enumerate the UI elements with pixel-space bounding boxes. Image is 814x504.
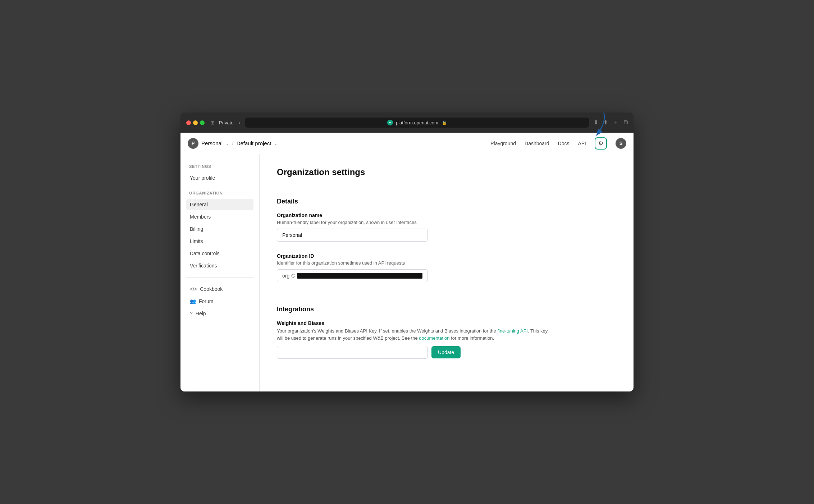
org-id-label: Organization ID: [277, 253, 616, 259]
desc-part-3: for more information.: [450, 335, 494, 341]
title-divider: [277, 186, 616, 186]
app-header: P Personal ⌄ / Default project ⌄ Playgro…: [180, 133, 634, 154]
back-button[interactable]: ‹: [238, 119, 240, 126]
sidebar-item-your-profile[interactable]: Your profile: [186, 172, 253, 184]
data-controls-label: Data controls: [190, 251, 219, 256]
code-icon: </>: [190, 286, 197, 292]
verifications-label: Verifications: [190, 263, 217, 269]
minimize-button[interactable]: [193, 120, 198, 125]
sidebar-item-cookbook[interactable]: </> Cookbook: [186, 283, 253, 295]
wb-api-key-input[interactable]: [277, 346, 428, 359]
cookbook-label: Cookbook: [200, 286, 223, 292]
org-avatar: P: [188, 138, 198, 149]
browser-actions: ⬇ ⬆ ＋ ⧉: [594, 119, 628, 127]
org-name-field-group: Organization name Human-friendly label f…: [277, 212, 616, 242]
org-id-prefix: org-C: [282, 273, 295, 279]
org-id-field-group: Organization ID Identifier for this orga…: [277, 253, 616, 282]
your-profile-label: Your profile: [190, 175, 215, 181]
content-area: Organization settings Details Organizati…: [260, 154, 634, 391]
general-label: General: [190, 202, 208, 207]
desc-part-1: Your organization's Weights and Biases A…: [277, 328, 497, 334]
documentation-link[interactable]: documentation: [419, 335, 449, 341]
settings-section-label: SETTINGS: [186, 164, 253, 169]
windows-icon[interactable]: ⧉: [624, 119, 628, 127]
sidebar-item-data-controls[interactable]: Data controls: [186, 248, 253, 259]
traffic-lights: [186, 120, 205, 125]
breadcrumb-separator: /: [232, 140, 233, 147]
weights-biases-field-group: Weights and Biases Your organization's W…: [277, 320, 616, 359]
org-name-desc: Human-friendly label for your organizati…: [277, 220, 616, 225]
org-name-input[interactable]: [277, 229, 428, 242]
breadcrumb: P Personal ⌄ / Default project ⌄: [188, 138, 490, 149]
update-button[interactable]: Update: [431, 346, 461, 358]
sidebar-item-members[interactable]: Members: [186, 211, 253, 223]
sidebar-item-forum[interactable]: 👥 Forum: [186, 295, 253, 307]
download-icon[interactable]: ⬇: [594, 119, 598, 127]
playground-nav[interactable]: Playground: [490, 141, 516, 146]
nav-links: Playground Dashboard Docs API ⚙: [490, 137, 626, 150]
weights-biases-label: Weights and Biases: [277, 320, 616, 326]
sidebar-divider: [186, 277, 253, 278]
forum-label: Forum: [199, 298, 213, 304]
browser-window: ⊞ Private ‹ ✦ platform.openai.com 🔒 ⬇ ⬆ …: [180, 113, 634, 391]
sidebar-item-verifications[interactable]: Verifications: [186, 260, 253, 271]
billing-label: Billing: [190, 226, 203, 232]
dashboard-nav[interactable]: Dashboard: [525, 141, 549, 146]
sidebar-item-general[interactable]: General: [186, 199, 253, 210]
page-title: Organization settings: [277, 167, 616, 177]
user-avatar[interactable]: S: [616, 138, 626, 149]
members-label: Members: [190, 214, 211, 220]
fine-tuning-link[interactable]: fine-tuning API: [497, 328, 528, 334]
integrations-divider: [277, 294, 616, 294]
org-id-redacted: [297, 273, 422, 279]
details-heading: Details: [277, 198, 616, 205]
weights-biases-desc: Your organization's Weights and Biases A…: [277, 327, 550, 342]
org-id-desc: Identifier for this organization sometim…: [277, 260, 616, 266]
share-icon[interactable]: ⬆: [603, 119, 608, 127]
sidebar-item-billing[interactable]: Billing: [186, 223, 253, 235]
org-chevron-icon: ⌄: [225, 141, 229, 146]
api-nav[interactable]: API: [578, 141, 586, 146]
limits-label: Limits: [190, 238, 203, 244]
wb-api-key-row: Update: [277, 346, 616, 359]
browser-chrome: ⊞ Private ‹ ✦ platform.openai.com 🔒 ⬇ ⬆ …: [180, 113, 634, 133]
org-name[interactable]: Personal: [201, 140, 223, 146]
maximize-button[interactable]: [200, 120, 205, 125]
sidebar-toggle-icon[interactable]: ⊞: [210, 120, 215, 125]
help-label: Help: [196, 311, 206, 316]
close-button[interactable]: [186, 120, 191, 125]
url-text: platform.openai.com: [396, 120, 438, 125]
docs-nav[interactable]: Docs: [558, 141, 570, 146]
gear-icon: ⚙: [598, 140, 603, 147]
new-tab-icon[interactable]: ＋: [613, 119, 619, 127]
help-icon: ?: [190, 311, 193, 316]
people-icon: 👥: [190, 298, 196, 304]
sidebar-item-help[interactable]: ? Help: [186, 308, 253, 319]
organization-section-label: ORGANIZATION: [186, 191, 253, 195]
address-bar[interactable]: ✦ platform.openai.com 🔒: [245, 118, 589, 128]
openai-logo-icon: ✦: [387, 120, 393, 125]
tab-label: Private: [219, 120, 233, 125]
sidebar-item-limits[interactable]: Limits: [186, 235, 253, 247]
integrations-heading: Integrations: [277, 306, 616, 313]
project-chevron-icon: ⌄: [274, 141, 278, 146]
sidebar: SETTINGS Your profile ORGANIZATION Gener…: [180, 154, 260, 391]
org-name-label: Organization name: [277, 212, 616, 218]
main-layout: SETTINGS Your profile ORGANIZATION Gener…: [180, 154, 634, 391]
app-content: P Personal ⌄ / Default project ⌄ Playgro…: [180, 133, 634, 391]
org-id-display: org-C: [277, 269, 428, 282]
lock-icon: 🔒: [442, 120, 447, 125]
project-name[interactable]: Default project: [237, 140, 271, 146]
settings-button[interactable]: ⚙: [595, 137, 607, 150]
